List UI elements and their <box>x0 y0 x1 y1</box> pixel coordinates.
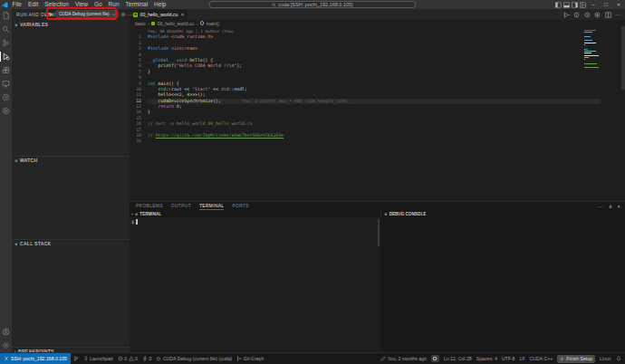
notifications-item[interactable] <box>613 353 623 364</box>
status-badge-icon <box>431 355 439 362</box>
configure-gear-icon[interactable] <box>120 12 126 17</box>
menu-go[interactable]: Go <box>91 0 105 9</box>
finish-setup-item[interactable]: Finish Setup <box>555 353 598 364</box>
terminal-scrollbar[interactable] <box>378 219 380 246</box>
indentation-item[interactable]: Spaces: 4 <box>474 353 499 364</box>
status-badge-item[interactable] <box>428 353 441 364</box>
terminal-cursor <box>136 219 139 225</box>
run-or-debug-button[interactable] <box>563 12 570 18</box>
gear-icon <box>560 357 564 361</box>
remote-label: SSH: pochi_192.168.0.105 <box>11 356 67 361</box>
menu-file[interactable]: File <box>9 0 24 9</box>
extensions-icon[interactable] <box>0 63 12 77</box>
breadcrumb-symbol[interactable]: main() <box>207 21 219 26</box>
chevron-down-icon: ∨ <box>135 212 139 216</box>
status-bar: SSH: pochi_192.168.0.105 Launchpad 0 0 0… <box>0 352 625 364</box>
terminal-title: TERMINAL <box>139 212 161 216</box>
minimize-button[interactable]: – <box>587 0 600 9</box>
tab-output[interactable]: OUTPUT <box>171 204 191 208</box>
cursor-position-item[interactable]: Ln 12, Col 28 <box>441 353 474 364</box>
git-branch-item[interactable] <box>71 353 81 364</box>
menu-selection[interactable]: Selection <box>42 0 72 9</box>
terminal-content[interactable]: $ <box>130 217 380 353</box>
customize-layout-icon[interactable] <box>579 0 587 9</box>
menu-edit[interactable]: Edit <box>24 0 41 9</box>
previous-change-icon[interactable] <box>573 12 580 18</box>
tab-terminal[interactable]: TERMINAL <box>199 202 224 210</box>
debug-status-item[interactable]: CUDA Debug (current file) (cuda) <box>154 353 235 364</box>
editor-scrollbar[interactable] <box>621 26 625 90</box>
run-and-debug-icon[interactable] <box>0 50 12 63</box>
next-change-icon[interactable] <box>584 12 591 18</box>
command-center-search[interactable]: cuda [SSH: pochi_192.168.0.105] <box>209 1 416 8</box>
remote-indicator[interactable]: SSH: pochi_192.168.0.105 <box>0 353 71 364</box>
menu-run[interactable]: Run <box>105 0 122 9</box>
eol-label: LF <box>520 356 525 361</box>
explorer-icon[interactable] <box>0 9 12 23</box>
watch-label: WATCH <box>20 158 37 163</box>
minimap[interactable] <box>584 30 601 72</box>
maximize-panel-icon[interactable]: ∧ <box>609 204 612 209</box>
close-panel-icon[interactable]: × <box>617 204 620 209</box>
git-graph-item[interactable]: Git Graph <box>235 353 266 364</box>
variables-section-header[interactable]: ∨ VARIABLES <box>12 20 130 28</box>
editor-group: 00_hello_world.cu × ··· basic › 00_hello… <box>130 9 625 201</box>
panel-more-actions-icon[interactable]: ··· <box>598 204 604 209</box>
editor-tab-bar: 00_hello_world.cu × ··· <box>130 9 625 20</box>
target-icon[interactable] <box>0 91 12 104</box>
toggle-panel-icon[interactable] <box>562 0 571 9</box>
breadcrumb: basic › 00_hello_world.cu › main() <box>130 20 625 26</box>
error-icon <box>118 356 123 361</box>
settings-gear-icon[interactable] <box>0 339 12 352</box>
code-lines: You, 30 minutes ago | 1 author (You)#inc… <box>148 29 591 145</box>
terminal-section-header[interactable]: › ∨ TERMINAL <box>130 211 380 216</box>
tab-problems[interactable]: PROBLEMS <box>136 204 163 208</box>
os-item[interactable]: Linux <box>598 353 613 364</box>
open-changes-icon[interactable] <box>594 12 601 18</box>
breadcrumb-folder[interactable]: basic <box>135 21 146 26</box>
ports-item[interactable]: 0 <box>139 353 153 364</box>
cuda-file-icon <box>151 22 155 25</box>
source-control-icon[interactable] <box>0 36 12 50</box>
debug-configuration-label: CUDA Debug (current file) <box>59 12 110 16</box>
account-icon[interactable] <box>0 325 12 339</box>
code-editor[interactable]: 12345678910111213141516171819 You, 30 mi… <box>130 26 625 201</box>
call-stack-section-header[interactable]: ∨ CALL STACK <box>12 239 130 247</box>
watch-section-header[interactable]: ∨ WATCH <box>12 156 130 164</box>
debug-console-section-header[interactable]: ∨ DEBUG CONSOLE <box>380 210 625 217</box>
chevron-down-icon: ∨ <box>384 212 388 216</box>
remote-explorer-icon[interactable] <box>0 77 12 91</box>
debug-console-content[interactable] <box>380 217 625 353</box>
chevron-down-icon: ∨ <box>14 158 18 163</box>
toggle-secondary-sidebar-icon[interactable] <box>571 0 579 9</box>
panel-tab-bar: PROBLEMS OUTPUT TERMINAL PORTS ··· ∧ × <box>130 202 625 210</box>
problems-item[interactable]: 0 0 <box>115 353 139 364</box>
debug-configuration-dropdown[interactable]: CUDA Debug (current file) ∨ <box>55 10 119 18</box>
split-editor-icon[interactable] <box>605 12 611 18</box>
blame-item[interactable]: You, 2 months ago <box>379 353 429 364</box>
launchpad-item[interactable]: Launchpad <box>81 353 115 364</box>
maximize-button[interactable]: □ <box>600 0 612 9</box>
encoding-item[interactable]: UTF-8 <box>499 353 517 364</box>
close-window-button[interactable]: × <box>612 0 625 9</box>
ports-count: 0 <box>149 356 151 361</box>
play-circle-icon[interactable] <box>0 104 12 118</box>
menu-view[interactable]: View <box>72 0 91 9</box>
language-mode-item[interactable]: CUDA C++ <box>527 353 555 364</box>
close-tab-icon[interactable]: × <box>181 12 185 17</box>
chevron-down-icon: ∨ <box>112 13 115 16</box>
more-actions-icon[interactable]: ··· <box>128 12 133 17</box>
start-debugging-icon[interactable] <box>50 13 53 16</box>
gutter[interactable]: 12345678910111213141516171819 <box>130 29 143 145</box>
launchpad-label: Launchpad <box>90 356 113 361</box>
eol-item[interactable]: LF <box>517 353 527 364</box>
menu-terminal[interactable]: Terminal <box>122 0 151 9</box>
search-sidebar-icon[interactable] <box>0 23 12 36</box>
toggle-primary-sidebar-icon[interactable] <box>554 0 562 9</box>
breadcrumb-file[interactable]: 00_hello_world.cu <box>158 21 194 26</box>
chevron-down-icon: ∨ <box>14 22 18 26</box>
more-actions-icon[interactable]: ··· <box>615 12 620 17</box>
tab-ports[interactable]: PORTS <box>232 204 248 208</box>
menu-help[interactable]: Help <box>151 0 169 9</box>
tab-00-hello-world[interactable]: 00_hello_world.cu × <box>130 9 188 20</box>
